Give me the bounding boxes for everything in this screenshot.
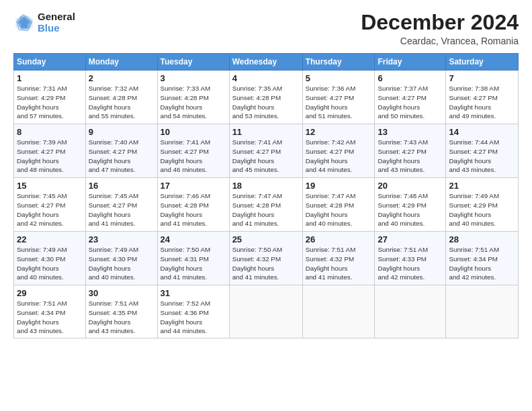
calendar-cell: 10 Sunrise: 7:41 AMSunset: 4:27 PMDaylig… <box>157 124 229 178</box>
location: Ceardac, Vrancea, Romania <box>361 36 519 46</box>
day-info: Sunrise: 7:51 AMSunset: 4:35 PMDaylight … <box>89 300 139 334</box>
day-info: Sunrise: 7:49 AMSunset: 4:29 PMDaylight … <box>449 192 499 227</box>
day-info: Sunrise: 7:41 AMSunset: 4:27 PMDaylight … <box>161 138 211 173</box>
day-info: Sunrise: 7:45 AMSunset: 4:27 PMDaylight … <box>89 192 139 227</box>
logo: General Blue <box>13 11 75 34</box>
calendar-cell: 30 Sunrise: 7:51 AMSunset: 4:35 PMDaylig… <box>85 285 157 338</box>
day-info: Sunrise: 7:42 AMSunset: 4:27 PMDaylight … <box>306 138 356 173</box>
day-info: Sunrise: 7:52 AMSunset: 4:36 PMDaylight … <box>161 300 211 334</box>
day-info: Sunrise: 7:51 AMSunset: 4:34 PMDaylight … <box>449 246 499 281</box>
calendar-cell: 23 Sunrise: 7:49 AMSunset: 4:30 PMDaylig… <box>85 232 157 285</box>
day-number: 17 <box>161 181 226 191</box>
day-number: 10 <box>161 127 226 137</box>
day-number: 11 <box>232 127 300 137</box>
day-info: Sunrise: 7:40 AMSunset: 4:27 PMDaylight … <box>89 138 139 173</box>
day-info: Sunrise: 7:35 AMSunset: 4:28 PMDaylight … <box>232 85 283 120</box>
month-title: December 2024 <box>361 11 519 34</box>
day-info: Sunrise: 7:44 AMSunset: 4:27 PMDaylight … <box>449 138 499 173</box>
day-info: Sunrise: 7:37 AMSunset: 4:27 PMDaylight … <box>378 85 428 120</box>
calendar-cell: 4 Sunrise: 7:35 AMSunset: 4:28 PMDayligh… <box>229 71 302 124</box>
calendar-cell <box>446 285 519 338</box>
calendar-cell: 18 Sunrise: 7:47 AMSunset: 4:28 PMDaylig… <box>229 178 302 232</box>
calendar-cell: 16 Sunrise: 7:45 AMSunset: 4:27 PMDaylig… <box>85 178 157 232</box>
logo-text: General Blue <box>38 11 75 34</box>
day-number: 19 <box>306 181 372 191</box>
dow-header: Monday <box>85 54 157 71</box>
day-number: 13 <box>378 127 443 137</box>
title-block: December 2024 Ceardac, Vrancea, Romania <box>361 11 519 46</box>
day-number: 27 <box>378 234 443 244</box>
calendar-cell: 17 Sunrise: 7:46 AMSunset: 4:28 PMDaylig… <box>157 178 229 232</box>
day-number: 2 <box>89 73 154 83</box>
calendar-cell: 19 Sunrise: 7:47 AMSunset: 4:28 PMDaylig… <box>302 178 375 232</box>
day-number: 25 <box>232 234 300 244</box>
day-info: Sunrise: 7:46 AMSunset: 4:28 PMDaylight … <box>161 192 211 227</box>
day-number: 21 <box>449 181 515 191</box>
day-number: 20 <box>378 181 443 191</box>
day-number: 9 <box>89 127 154 137</box>
calendar-cell: 11 Sunrise: 7:41 AMSunset: 4:27 PMDaylig… <box>229 124 302 178</box>
day-number: 8 <box>17 127 83 137</box>
day-info: Sunrise: 7:39 AMSunset: 4:27 PMDaylight … <box>17 138 67 173</box>
day-info: Sunrise: 7:32 AMSunset: 4:28 PMDaylight … <box>89 85 139 120</box>
day-number: 28 <box>449 234 515 244</box>
day-number: 22 <box>17 234 83 244</box>
day-number: 16 <box>89 181 154 191</box>
dow-header: Sunday <box>14 54 86 71</box>
calendar-cell: 25 Sunrise: 7:50 AMSunset: 4:32 PMDaylig… <box>229 232 302 285</box>
calendar-cell: 2 Sunrise: 7:32 AMSunset: 4:28 PMDayligh… <box>85 71 157 124</box>
calendar-cell: 9 Sunrise: 7:40 AMSunset: 4:27 PMDayligh… <box>85 124 157 178</box>
logo-icon <box>13 11 35 33</box>
calendar-cell: 13 Sunrise: 7:43 AMSunset: 4:27 PMDaylig… <box>375 124 446 178</box>
day-number: 1 <box>17 73 83 83</box>
day-info: Sunrise: 7:31 AMSunset: 4:29 PMDaylight … <box>17 85 67 120</box>
day-info: Sunrise: 7:51 AMSunset: 4:32 PMDaylight … <box>306 246 356 281</box>
calendar-cell: 21 Sunrise: 7:49 AMSunset: 4:29 PMDaylig… <box>446 178 519 232</box>
calendar-cell: 22 Sunrise: 7:49 AMSunset: 4:30 PMDaylig… <box>14 232 86 285</box>
calendar-cell: 7 Sunrise: 7:38 AMSunset: 4:27 PMDayligh… <box>446 71 519 124</box>
day-info: Sunrise: 7:50 AMSunset: 4:32 PMDaylight … <box>232 246 283 281</box>
day-number: 24 <box>161 234 226 244</box>
day-info: Sunrise: 7:47 AMSunset: 4:28 PMDaylight … <box>306 192 356 227</box>
day-number: 4 <box>232 73 300 83</box>
calendar-cell: 20 Sunrise: 7:48 AMSunset: 4:29 PMDaylig… <box>375 178 446 232</box>
day-info: Sunrise: 7:51 AMSunset: 4:33 PMDaylight … <box>378 246 428 281</box>
day-number: 12 <box>306 127 372 137</box>
day-number: 29 <box>17 288 83 298</box>
calendar-cell: 31 Sunrise: 7:52 AMSunset: 4:36 PMDaylig… <box>157 285 229 338</box>
calendar-cell <box>375 285 446 338</box>
day-number: 14 <box>449 127 515 137</box>
calendar-cell: 24 Sunrise: 7:50 AMSunset: 4:31 PMDaylig… <box>157 232 229 285</box>
calendar-cell: 5 Sunrise: 7:36 AMSunset: 4:27 PMDayligh… <box>302 71 375 124</box>
day-info: Sunrise: 7:47 AMSunset: 4:28 PMDaylight … <box>232 192 283 227</box>
day-number: 18 <box>232 181 300 191</box>
day-info: Sunrise: 7:48 AMSunset: 4:29 PMDaylight … <box>378 192 428 227</box>
day-info: Sunrise: 7:49 AMSunset: 4:30 PMDaylight … <box>89 246 139 281</box>
calendar-cell: 8 Sunrise: 7:39 AMSunset: 4:27 PMDayligh… <box>14 124 86 178</box>
calendar-table: SundayMondayTuesdayWednesdayThursdayFrid… <box>13 53 519 338</box>
calendar-cell <box>302 285 375 338</box>
dow-header: Friday <box>375 54 446 71</box>
calendar-cell: 29 Sunrise: 7:51 AMSunset: 4:34 PMDaylig… <box>14 285 86 338</box>
dow-header: Wednesday <box>229 54 302 71</box>
day-info: Sunrise: 7:51 AMSunset: 4:34 PMDaylight … <box>17 300 67 334</box>
dow-header: Thursday <box>302 54 375 71</box>
day-info: Sunrise: 7:36 AMSunset: 4:27 PMDaylight … <box>306 85 356 120</box>
day-number: 23 <box>89 234 154 244</box>
calendar-cell: 28 Sunrise: 7:51 AMSunset: 4:34 PMDaylig… <box>446 232 519 285</box>
day-info: Sunrise: 7:41 AMSunset: 4:27 PMDaylight … <box>232 138 283 173</box>
dow-header: Tuesday <box>157 54 229 71</box>
calendar-cell: 15 Sunrise: 7:45 AMSunset: 4:27 PMDaylig… <box>14 178 86 232</box>
calendar-cell: 14 Sunrise: 7:44 AMSunset: 4:27 PMDaylig… <box>446 124 519 178</box>
calendar-cell: 6 Sunrise: 7:37 AMSunset: 4:27 PMDayligh… <box>375 71 446 124</box>
page: General Blue December 2024 Ceardac, Vran… <box>0 0 532 411</box>
day-number: 31 <box>161 288 226 298</box>
day-info: Sunrise: 7:45 AMSunset: 4:27 PMDaylight … <box>17 192 67 227</box>
day-number: 15 <box>17 181 83 191</box>
header: General Blue December 2024 Ceardac, Vran… <box>13 11 519 46</box>
calendar-cell: 3 Sunrise: 7:33 AMSunset: 4:28 PMDayligh… <box>157 71 229 124</box>
day-info: Sunrise: 7:33 AMSunset: 4:28 PMDaylight … <box>161 85 211 120</box>
day-number: 30 <box>89 288 154 298</box>
calendar-cell <box>229 285 302 338</box>
calendar-cell: 27 Sunrise: 7:51 AMSunset: 4:33 PMDaylig… <box>375 232 446 285</box>
